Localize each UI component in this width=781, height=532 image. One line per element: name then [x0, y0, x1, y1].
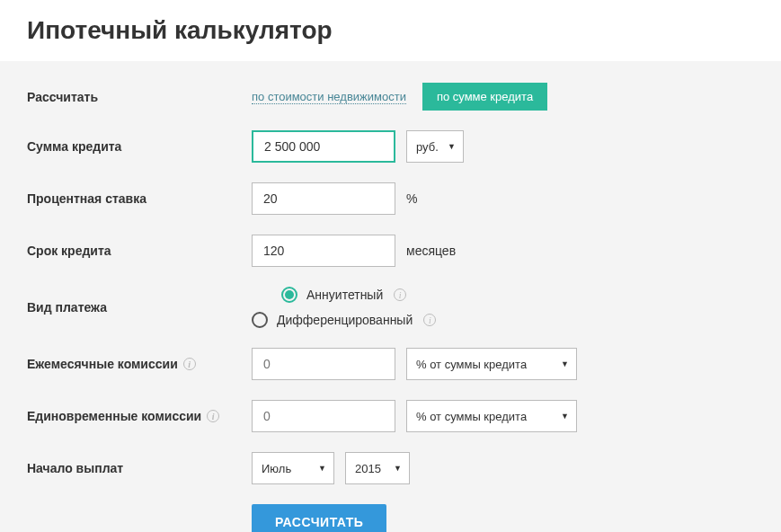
tab-by-credit-amount[interactable]: по сумме кредита: [422, 83, 547, 111]
info-icon[interactable]: i: [207, 410, 219, 422]
page-title: Ипотечный калькулятор: [0, 0, 781, 61]
input-monthly-fee[interactable]: [252, 348, 395, 380]
unit-months: месяцев: [406, 244, 456, 258]
unit-percent: %: [406, 191, 417, 206]
select-currency[interactable]: руб.: [406, 130, 464, 163]
input-credit-amount[interactable]: [252, 130, 395, 163]
row-credit-term: Срок кредита месяцев: [27, 235, 754, 267]
select-onetime-fee-type[interactable]: % от суммы кредита: [406, 400, 577, 432]
row-interest-rate: Процентная ставка %: [27, 182, 754, 215]
select-start-month[interactable]: Июль: [252, 452, 334, 484]
row-start-date: Начало выплат Июль 2015: [27, 452, 754, 484]
row-submit: РАССЧИТАТЬ: [27, 504, 754, 532]
row-monthly-fee: Ежемесячные комиссии i % от суммы кредит…: [27, 348, 754, 380]
radio-icon: [281, 287, 297, 303]
info-icon[interactable]: i: [394, 288, 406, 301]
row-credit-amount: Сумма кредита руб.: [27, 130, 754, 163]
calculator-form: Рассчитать по стоимости недвижимости по …: [0, 61, 781, 532]
label-credit-amount: Сумма кредита: [27, 139, 252, 154]
submit-button[interactable]: РАССЧИТАТЬ: [252, 504, 386, 532]
radio-annuity-label: Аннуитетный: [306, 288, 383, 302]
input-interest-rate[interactable]: [252, 182, 395, 215]
radio-differentiated-label: Дифференцированный: [277, 313, 413, 327]
label-payment-type: Вид платежа: [27, 300, 252, 315]
select-monthly-fee-type[interactable]: % от суммы кредита: [406, 348, 577, 380]
radio-annuity[interactable]: Аннуитетный i: [281, 287, 406, 303]
input-onetime-fee[interactable]: [252, 400, 395, 432]
radio-icon: [252, 312, 268, 328]
label-calculate: Рассчитать: [27, 90, 252, 104]
label-start-date: Начало выплат: [27, 461, 252, 475]
row-calculate: Рассчитать по стоимости недвижимости по …: [27, 83, 754, 111]
label-credit-term: Срок кредита: [27, 244, 252, 258]
radio-differentiated[interactable]: Дифференцированный i: [252, 312, 436, 328]
row-payment-type: Вид платежа Аннуитетный i Дифференцирова…: [27, 287, 754, 328]
tab-by-property-value[interactable]: по стоимости недвижимости: [252, 90, 406, 104]
input-credit-term[interactable]: [252, 235, 395, 267]
info-icon[interactable]: i: [423, 314, 436, 326]
label-onetime-fee: Единовременные комиссии i: [27, 409, 252, 423]
info-icon[interactable]: i: [183, 358, 196, 370]
label-monthly-fee: Ежемесячные комиссии i: [27, 357, 252, 371]
select-start-year[interactable]: 2015: [345, 452, 410, 484]
label-onetime-fee-text: Единовременные комиссии: [27, 409, 201, 423]
row-onetime-fee: Единовременные комиссии i % от суммы кре…: [27, 400, 754, 432]
label-interest-rate: Процентная ставка: [27, 191, 252, 206]
label-monthly-fee-text: Ежемесячные комиссии: [27, 357, 178, 371]
